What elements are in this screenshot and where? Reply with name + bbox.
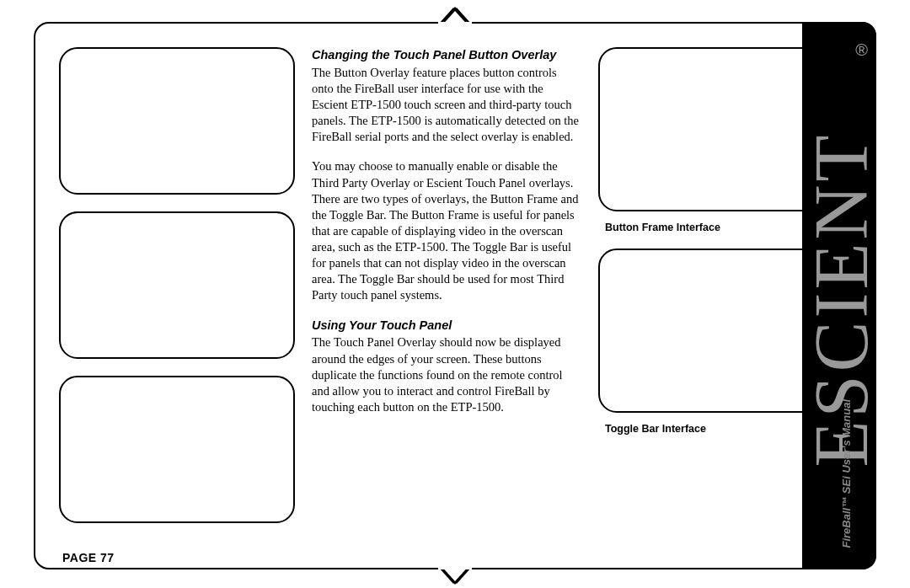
image-placeholder-3 (59, 376, 295, 523)
brand-model: SEi (840, 476, 853, 494)
image-placeholder-1 (59, 47, 295, 195)
right-column: Button Frame Interface Toggle Bar Interf… (598, 47, 824, 450)
brand-manual-label: User's Manual (840, 399, 853, 473)
brand-subtitle: FireBall™ SEi User's Manual (840, 380, 853, 548)
page-number: PAGE 77 (62, 551, 115, 564)
image-placeholder-toggle-bar (598, 249, 824, 413)
bottom-notch-cover (438, 563, 472, 569)
page-content: Changing the Touch Panel Button Overlay … (34, 22, 876, 569)
brand-sidebar: ® ESCIENT FireBall™ SEi User's Manual (802, 22, 876, 569)
caption-button-frame: Button Frame Interface (605, 222, 824, 233)
image-placeholder-button-frame (598, 47, 824, 211)
top-notch-cover (438, 22, 472, 29)
paragraph-touch-panel: The Touch Panel Overlay should now be di… (312, 334, 581, 415)
left-column (59, 47, 295, 523)
paragraph-overlay-intro: The Button Overlay feature places button… (312, 65, 581, 146)
heading-button-overlay: Changing the Touch Panel Button Overlay (312, 47, 581, 63)
heading-using-touch-panel: Using Your Touch Panel (312, 318, 581, 334)
paragraph-overlay-details: You may choose to manually enable or dis… (312, 158, 581, 303)
middle-text-column: Changing the Touch Panel Button Overlay … (312, 47, 581, 429)
brand-product: FireBall™ (840, 497, 853, 548)
image-placeholder-2 (59, 211, 295, 359)
caption-toggle-bar: Toggle Bar Interface (605, 423, 824, 435)
